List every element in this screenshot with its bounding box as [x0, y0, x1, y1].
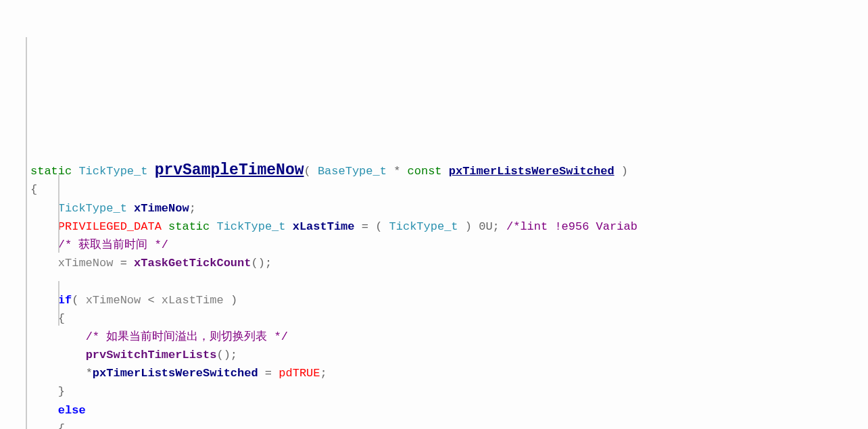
var-decl: xLastTime	[293, 220, 355, 233]
var: xTimeNow	[58, 257, 114, 270]
func-call: prvSwitchTimerLists	[86, 349, 217, 361]
comment: /* 获取当前时间 */	[58, 238, 168, 251]
func-call: xTaskGetTickCount	[134, 257, 251, 270]
const: pdTRUE	[279, 367, 320, 380]
kw-static: static	[30, 165, 72, 178]
open-brace: {	[30, 183, 37, 196]
param-name: pxTimerListsWereSwitched	[449, 165, 614, 178]
return-type: TickType_t	[78, 165, 147, 178]
param-type: BaseType_t	[318, 165, 387, 178]
function-name: prvSampleTimeNow	[155, 161, 304, 179]
var: pxTimerListsWereSwitched	[93, 367, 258, 380]
kw-const: const	[408, 165, 442, 178]
type: TickType_t	[58, 202, 127, 215]
comment: /* 如果当前时间溢出，则切换列表 */	[86, 330, 288, 343]
kw-if: if	[58, 294, 72, 307]
kw-else: else	[58, 404, 86, 417]
var-decl: xTimeNow	[134, 202, 189, 215]
code-block: static TickType_t prvSampleTimeNow( Base…	[30, 161, 854, 430]
macro: PRIVILEGED_DATA	[58, 220, 162, 233]
comment: /*lint !e956 Variab	[500, 220, 637, 233]
